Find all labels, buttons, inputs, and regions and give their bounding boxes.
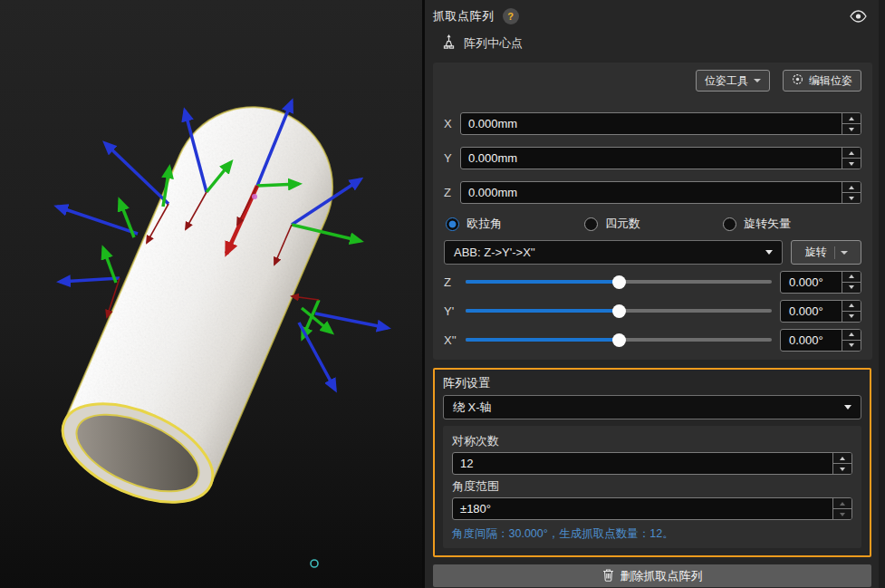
chevron-down-icon <box>754 79 761 82</box>
radio-quaternion[interactable]: 四元数 <box>584 216 723 232</box>
y-rotation-row: Y' 0.000° <box>444 304 861 318</box>
radio-euler-circle[interactable] <box>446 217 459 231</box>
scrollbar-track[interactable] <box>879 0 885 588</box>
button-separator <box>834 246 835 259</box>
x-slider-label: X'' <box>444 333 466 347</box>
array-axis-value: 绕 X-轴 <box>453 400 492 416</box>
z-value: 0.000mm <box>461 182 842 203</box>
z-rotation-value: 0.000° <box>781 272 842 293</box>
array-center-point-label: 阵列中心点 <box>464 35 523 52</box>
pose-editor-group: 位姿工具 编辑位姿 <box>433 63 872 360</box>
z-field-row: Z 0.000mm <box>444 181 861 204</box>
radio-rotation-vector[interactable]: 旋转矢量 <box>723 216 861 232</box>
edit-pose-button[interactable]: 编辑位姿 <box>783 70 861 92</box>
y-field-row: Y 0.000mm <box>444 147 861 169</box>
3d-scene <box>0 0 422 588</box>
symmetry-count-input[interactable]: 12 <box>452 452 852 475</box>
radio-euler[interactable]: 欧拉角 <box>446 216 584 232</box>
y-rotation-value: 0.000° <box>781 301 842 322</box>
x-rotation-stepper[interactable] <box>842 330 861 351</box>
array-settings-title: 阵列设置 <box>443 375 861 390</box>
z-rotation-slider[interactable] <box>466 275 772 289</box>
array-settings-inner: 对称次数 12 角度范围 ±180° <box>443 426 861 548</box>
angle-range-value: ±180° <box>453 498 832 519</box>
help-icon[interactable]: ? <box>503 8 519 24</box>
grasp-array-panel: 抓取点阵列 ? 阵列中 <box>425 0 885 588</box>
x-rotation-row: X'' 0.000° <box>444 333 861 347</box>
eye-icon[interactable] <box>850 10 867 23</box>
angle-range-label: 角度范围 <box>452 478 852 494</box>
slider-knob[interactable] <box>612 333 626 347</box>
euler-convention-value: ABB: Z->Y'->X'' <box>454 246 535 259</box>
trash-icon <box>602 568 614 584</box>
array-center-point-header: 阵列中心点 <box>433 33 872 54</box>
y-rotation-stepper[interactable] <box>842 301 861 322</box>
angle-interval-info: 角度间隔：30.000°，生成抓取点数量：12。 <box>452 526 852 541</box>
slider-knob[interactable] <box>612 304 626 318</box>
z-rotation-input[interactable]: 0.000° <box>780 271 861 294</box>
slider-knob[interactable] <box>612 275 626 289</box>
z-rotation-row: Z 0.000° <box>444 275 861 289</box>
rotate-label: 旋转 <box>805 245 827 260</box>
radio-rotation-vector-circle[interactable] <box>723 217 736 231</box>
y-value: 0.000mm <box>461 148 842 169</box>
rotation-type-radios: 欧拉角 四元数 旋转矢量 <box>444 216 861 232</box>
page-title: 抓取点阵列 <box>433 8 495 24</box>
z-input[interactable]: 0.000mm <box>460 181 861 204</box>
z-slider-label: Z <box>444 275 466 289</box>
grasp-array-window: 抓取点阵列 ? 阵列中 <box>0 0 885 588</box>
y-label: Y <box>444 151 460 165</box>
z-label: Z <box>444 186 460 199</box>
y-rotation-slider[interactable] <box>466 304 772 318</box>
pose-tools-label: 位姿工具 <box>705 73 748 89</box>
delete-grasp-array-label: 删除抓取点阵列 <box>620 568 703 584</box>
z-rotation-stepper[interactable] <box>842 272 861 293</box>
radio-quaternion-label: 四元数 <box>605 216 640 232</box>
euler-convention-dropdown[interactable]: ABB: Z->Y'->X'' <box>444 240 783 265</box>
radio-quaternion-circle[interactable] <box>584 217 598 231</box>
symmetry-count-stepper[interactable] <box>832 453 851 474</box>
chevron-down-icon <box>765 250 773 255</box>
x-value: 0.000mm <box>461 113 842 134</box>
x-stepper[interactable] <box>842 113 861 134</box>
y-slider-label: Y' <box>444 304 466 318</box>
y-input[interactable]: 0.000mm <box>460 147 861 169</box>
3d-viewport[interactable] <box>0 0 422 588</box>
x-input[interactable]: 0.000mm <box>460 112 861 135</box>
y-stepper[interactable] <box>842 148 861 169</box>
x-rotation-input[interactable]: 0.000° <box>780 329 861 352</box>
x-label: X <box>444 117 460 130</box>
y-rotation-input[interactable]: 0.000° <box>780 300 861 323</box>
panel-header: 抓取点阵列 ? <box>433 5 872 27</box>
chevron-down-icon <box>841 251 848 255</box>
symmetry-count-value: 12 <box>453 453 832 474</box>
pose-tools-button[interactable]: 位姿工具 <box>696 70 770 92</box>
array-settings-group: 阵列设置 绕 X-轴 对称次数 12 角度范围 <box>433 368 871 557</box>
array-axis-dropdown[interactable]: 绕 X-轴 <box>443 395 861 419</box>
rotate-button[interactable]: 旋转 <box>791 240 861 265</box>
grasp-center-marker <box>252 194 257 199</box>
edit-pose-icon <box>792 73 803 88</box>
angle-range-stepper[interactable] <box>832 498 851 519</box>
angle-range-input[interactable]: ±180° <box>452 497 852 520</box>
z-stepper[interactable] <box>842 182 861 203</box>
radio-rotation-vector-label: 旋转矢量 <box>744 216 791 232</box>
symmetry-count-label: 对称次数 <box>452 433 852 448</box>
edit-pose-label: 编辑位姿 <box>809 73 852 89</box>
gripper-icon <box>441 34 457 53</box>
x-field-row: X 0.000mm <box>444 112 861 135</box>
x-rotation-value: 0.000° <box>781 330 842 351</box>
chevron-down-icon <box>844 405 851 410</box>
radio-euler-label: 欧拉角 <box>467 216 502 232</box>
x-rotation-slider[interactable] <box>466 333 772 347</box>
delete-grasp-array-button[interactable]: 删除抓取点阵列 <box>433 564 871 587</box>
